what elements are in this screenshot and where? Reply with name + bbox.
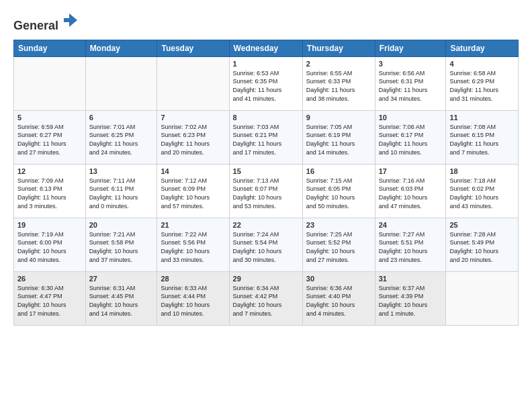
day-info: Sunrise: 6:55 AM Sunset: 6:33 PM Dayligh… <box>306 69 371 103</box>
day-info: Sunrise: 6:56 AM Sunset: 6:31 PM Dayligh… <box>379 69 443 103</box>
week-row-2: 5Sunrise: 6:59 AM Sunset: 6:27 PM Daylig… <box>14 110 519 164</box>
logo-general: General <box>13 19 58 32</box>
day-cell: 15Sunrise: 7:13 AM Sunset: 6:07 PM Dayli… <box>229 164 302 218</box>
day-number: 2 <box>306 60 371 68</box>
day-cell: 11Sunrise: 7:08 AM Sunset: 6:15 PM Dayli… <box>446 110 519 164</box>
day-cell: 6Sunrise: 7:01 AM Sunset: 6:25 PM Daylig… <box>85 110 157 164</box>
day-info: Sunrise: 7:28 AM Sunset: 5:49 PM Dayligh… <box>449 230 515 264</box>
day-number: 31 <box>379 275 443 283</box>
week-row-4: 19Sunrise: 7:19 AM Sunset: 6:00 PM Dayli… <box>14 218 519 271</box>
day-cell: 16Sunrise: 7:15 AM Sunset: 6:05 PM Dayli… <box>302 164 375 218</box>
day-number: 6 <box>89 113 154 122</box>
weekday-header-monday: Monday <box>85 40 157 56</box>
logo: General <box>13 11 79 33</box>
day-number: 1 <box>233 60 299 68</box>
logo-arrow-icon <box>60 11 79 30</box>
day-info: Sunrise: 6:33 AM Sunset: 4:44 PM Dayligh… <box>161 284 225 318</box>
page: General SundayMondayTuesdayWednesdayThur… <box>0 0 532 411</box>
day-number: 11 <box>449 113 515 122</box>
day-cell: 28Sunrise: 6:33 AM Sunset: 4:44 PM Dayli… <box>157 271 229 325</box>
day-info: Sunrise: 7:03 AM Sunset: 6:21 PM Dayligh… <box>233 123 299 156</box>
day-info: Sunrise: 6:58 AM Sunset: 6:29 PM Dayligh… <box>449 69 515 103</box>
day-number: 15 <box>233 167 299 175</box>
day-cell: 31Sunrise: 6:37 AM Sunset: 4:39 PM Dayli… <box>375 271 446 325</box>
day-number: 21 <box>161 221 225 229</box>
day-number: 24 <box>379 221 443 229</box>
day-number: 10 <box>379 113 443 122</box>
day-cell: 22Sunrise: 7:24 AM Sunset: 5:54 PM Dayli… <box>229 218 302 271</box>
day-cell: 14Sunrise: 7:12 AM Sunset: 6:09 PM Dayli… <box>157 164 229 218</box>
day-info: Sunrise: 7:27 AM Sunset: 5:51 PM Dayligh… <box>379 230 443 264</box>
day-number: 9 <box>306 113 371 122</box>
day-number: 12 <box>17 167 82 175</box>
day-info: Sunrise: 7:11 AM Sunset: 6:11 PM Dayligh… <box>89 177 154 210</box>
day-cell: 3Sunrise: 6:56 AM Sunset: 6:31 PM Daylig… <box>375 56 446 110</box>
day-cell: 5Sunrise: 6:59 AM Sunset: 6:27 PM Daylig… <box>14 110 86 164</box>
day-cell: 10Sunrise: 7:06 AM Sunset: 6:17 PM Dayli… <box>375 110 446 164</box>
header: General <box>13 11 519 33</box>
day-info: Sunrise: 7:13 AM Sunset: 6:07 PM Dayligh… <box>233 177 299 210</box>
day-info: Sunrise: 7:08 AM Sunset: 6:15 PM Dayligh… <box>449 123 515 156</box>
day-info: Sunrise: 6:31 AM Sunset: 4:45 PM Dayligh… <box>89 284 154 318</box>
day-number: 26 <box>17 275 82 283</box>
day-info: Sunrise: 6:34 AM Sunset: 4:42 PM Dayligh… <box>233 284 299 318</box>
day-info: Sunrise: 7:09 AM Sunset: 6:13 PM Dayligh… <box>17 177 82 210</box>
day-cell: 1Sunrise: 6:53 AM Sunset: 6:35 PM Daylig… <box>229 56 302 110</box>
day-info: Sunrise: 7:06 AM Sunset: 6:17 PM Dayligh… <box>379 123 443 156</box>
day-number: 20 <box>89 221 154 229</box>
day-info: Sunrise: 7:02 AM Sunset: 6:23 PM Dayligh… <box>161 123 225 156</box>
day-number: 8 <box>233 113 299 122</box>
day-cell: 9Sunrise: 7:05 AM Sunset: 6:19 PM Daylig… <box>302 110 375 164</box>
week-row-5: 26Sunrise: 6:30 AM Sunset: 4:47 PM Dayli… <box>14 271 519 325</box>
logo-text: General <box>13 11 79 33</box>
day-number: 14 <box>161 167 225 175</box>
day-number: 28 <box>161 275 225 283</box>
day-cell: 24Sunrise: 7:27 AM Sunset: 5:51 PM Dayli… <box>375 218 446 271</box>
day-number: 3 <box>379 60 443 68</box>
day-cell <box>157 56 229 110</box>
day-cell <box>446 271 519 325</box>
day-info: Sunrise: 6:36 AM Sunset: 4:40 PM Dayligh… <box>306 284 371 318</box>
day-cell: 4Sunrise: 6:58 AM Sunset: 6:29 PM Daylig… <box>446 56 519 110</box>
day-cell: 12Sunrise: 7:09 AM Sunset: 6:13 PM Dayli… <box>14 164 86 218</box>
day-number: 25 <box>449 221 515 229</box>
day-number: 22 <box>233 221 299 229</box>
day-cell: 18Sunrise: 7:18 AM Sunset: 6:02 PM Dayli… <box>446 164 519 218</box>
day-cell: 2Sunrise: 6:55 AM Sunset: 6:33 PM Daylig… <box>302 56 375 110</box>
calendar: SundayMondayTuesdayWednesdayThursdayFrid… <box>13 40 519 326</box>
day-number: 29 <box>233 275 299 283</box>
day-number: 19 <box>17 221 82 229</box>
weekday-header-saturday: Saturday <box>446 40 519 56</box>
day-info: Sunrise: 6:37 AM Sunset: 4:39 PM Dayligh… <box>379 284 443 318</box>
day-info: Sunrise: 7:21 AM Sunset: 5:58 PM Dayligh… <box>89 230 154 264</box>
day-info: Sunrise: 7:18 AM Sunset: 6:02 PM Dayligh… <box>449 177 515 210</box>
weekday-header-row: SundayMondayTuesdayWednesdayThursdayFrid… <box>14 40 519 56</box>
weekday-header-sunday: Sunday <box>14 40 86 56</box>
day-cell: 26Sunrise: 6:30 AM Sunset: 4:47 PM Dayli… <box>14 271 86 325</box>
weekday-header-wednesday: Wednesday <box>229 40 302 56</box>
day-number: 27 <box>89 275 154 283</box>
day-cell: 8Sunrise: 7:03 AM Sunset: 6:21 PM Daylig… <box>229 110 302 164</box>
day-info: Sunrise: 7:24 AM Sunset: 5:54 PM Dayligh… <box>233 230 299 264</box>
day-number: 7 <box>161 113 225 122</box>
day-number: 18 <box>449 167 515 175</box>
day-info: Sunrise: 7:15 AM Sunset: 6:05 PM Dayligh… <box>306 177 371 210</box>
day-number: 13 <box>89 167 154 175</box>
day-cell <box>85 56 157 110</box>
day-info: Sunrise: 7:22 AM Sunset: 5:56 PM Dayligh… <box>161 230 225 264</box>
day-info: Sunrise: 7:12 AM Sunset: 6:09 PM Dayligh… <box>161 177 225 210</box>
day-cell: 29Sunrise: 6:34 AM Sunset: 4:42 PM Dayli… <box>229 271 302 325</box>
day-cell: 13Sunrise: 7:11 AM Sunset: 6:11 PM Dayli… <box>85 164 157 218</box>
day-info: Sunrise: 7:05 AM Sunset: 6:19 PM Dayligh… <box>306 123 371 156</box>
day-cell: 20Sunrise: 7:21 AM Sunset: 5:58 PM Dayli… <box>85 218 157 271</box>
day-number: 5 <box>17 113 82 122</box>
day-info: Sunrise: 6:59 AM Sunset: 6:27 PM Dayligh… <box>17 123 82 156</box>
day-info: Sunrise: 6:53 AM Sunset: 6:35 PM Dayligh… <box>233 69 299 103</box>
day-number: 23 <box>306 221 371 229</box>
weekday-header-tuesday: Tuesday <box>157 40 229 56</box>
day-cell <box>14 56 86 110</box>
day-number: 16 <box>306 167 371 175</box>
day-cell: 19Sunrise: 7:19 AM Sunset: 6:00 PM Dayli… <box>14 218 86 271</box>
day-info: Sunrise: 7:19 AM Sunset: 6:00 PM Dayligh… <box>17 230 82 264</box>
day-info: Sunrise: 7:16 AM Sunset: 6:03 PM Dayligh… <box>379 177 443 210</box>
